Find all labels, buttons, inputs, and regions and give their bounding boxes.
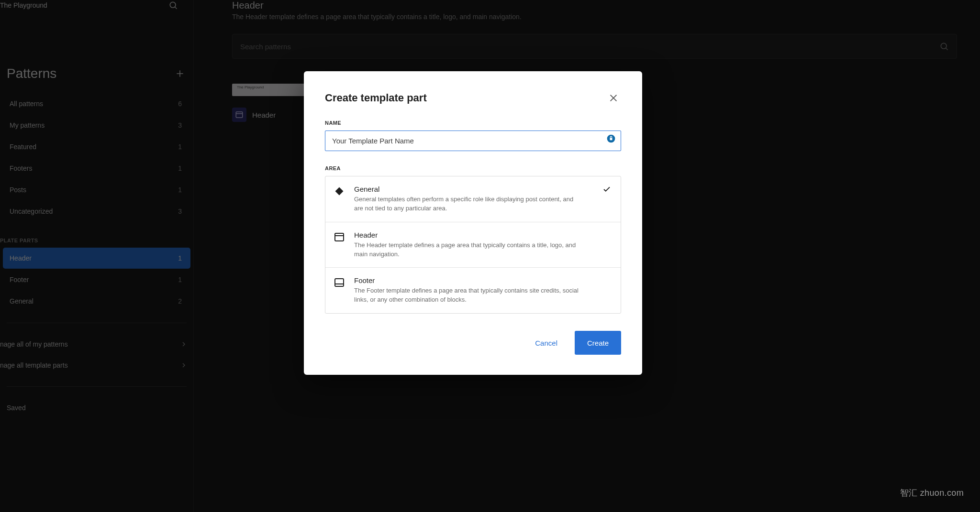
svg-rect-6 [236, 112, 243, 118]
search-icon[interactable] [939, 42, 949, 51]
page-title: Header [232, 0, 957, 11]
sidebar-item-footers[interactable]: Footers1 [3, 158, 190, 179]
manage-label: nage all of my patterns [0, 340, 68, 348]
close-icon [608, 93, 619, 103]
sidebar-item-count: 1 [178, 143, 182, 151]
area-options: General General templates often perform … [325, 176, 621, 314]
search-icon[interactable] [165, 0, 182, 14]
sidebar-item-footer[interactable]: Footer1 [3, 269, 190, 290]
area-desc: General templates often perform a specif… [354, 195, 579, 213]
patterns-header: Patterns [0, 54, 193, 93]
name-field-wrap [325, 126, 621, 151]
password-manager-icon[interactable] [606, 133, 616, 144]
sidebar-item-header[interactable]: Header1 [3, 248, 190, 269]
svg-rect-15 [335, 279, 344, 286]
svg-rect-11 [610, 138, 612, 140]
area-option-general[interactable]: General General templates often perform … [325, 176, 621, 222]
sidebar-item-label: Posts [10, 186, 26, 194]
sidebar-item-count: 3 [178, 121, 182, 129]
general-area-icon [333, 185, 345, 197]
sidebar: The Playground Patterns All patterns6 My… [0, 0, 194, 512]
header-block-icon [232, 108, 246, 122]
area-body: Header The Header template defines a pag… [354, 231, 579, 259]
manage-label: nage all template parts [0, 361, 68, 369]
sidebar-item-count: 1 [178, 276, 182, 283]
svg-line-5 [946, 48, 948, 50]
patterns-nav: All patterns6 My patterns3 Featured1 Foo… [0, 93, 193, 222]
footer-area-icon [333, 276, 345, 289]
sidebar-item-posts[interactable]: Posts1 [3, 179, 190, 200]
create-button[interactable]: Create [575, 331, 621, 355]
search-input[interactable] [240, 43, 939, 51]
thumb-text: The Playground [237, 85, 264, 89]
template-parts-nav: Header1 Footer1 General2 [0, 247, 193, 312]
saved-status: Saved [0, 397, 193, 418]
site-name: The Playground [0, 1, 47, 9]
area-body: Footer The Footer template defines a pag… [354, 276, 579, 305]
modal-actions: Cancel Create [325, 331, 621, 355]
area-option-footer[interactable]: Footer The Footer template defines a pag… [325, 268, 621, 313]
sidebar-item-count: 3 [178, 207, 182, 215]
patterns-title: Patterns [7, 66, 56, 81]
area-title: General [354, 185, 579, 193]
manage-template-parts[interactable]: nage all template parts [0, 355, 193, 376]
add-button[interactable] [171, 65, 189, 82]
svg-rect-13 [335, 233, 344, 241]
search-patterns-bar[interactable] [232, 34, 957, 59]
template-parts-label: PLATE PARTS [0, 222, 193, 247]
page-subtitle: The Header template defines a page area … [232, 13, 957, 21]
svg-point-4 [941, 43, 947, 49]
sidebar-item-label: General [10, 297, 33, 305]
area-desc: The Header template defines a page area … [354, 241, 579, 259]
modal-title: Create template part [325, 92, 427, 104]
area-title: Header [354, 231, 579, 239]
chevron-right-icon [180, 361, 188, 369]
name-field-label: NAME [325, 120, 621, 126]
sidebar-item-count: 2 [178, 297, 182, 305]
sidebar-item-label: My patterns [10, 121, 45, 129]
sidebar-item-label: Uncategorized [10, 207, 53, 215]
saved-label: Saved [7, 404, 26, 412]
svg-point-0 [170, 2, 176, 8]
header-area-icon [333, 231, 345, 243]
sidebar-item-count: 1 [178, 186, 182, 194]
area-option-header[interactable]: Header The Header template defines a pag… [325, 222, 621, 268]
sidebar-item-featured[interactable]: Featured1 [3, 136, 190, 157]
svg-rect-12 [335, 187, 344, 196]
sidebar-item-my-patterns[interactable]: My patterns3 [3, 115, 190, 136]
area-title: Footer [354, 276, 579, 284]
sidebar-item-label: Header [10, 254, 32, 262]
sidebar-item-uncategorized[interactable]: Uncategorized3 [3, 201, 190, 222]
create-template-part-modal: Create template part NAME AREA General G… [304, 71, 642, 375]
name-input[interactable] [325, 131, 621, 151]
divider [7, 386, 187, 387]
card-title: Header [252, 111, 276, 119]
sidebar-item-general[interactable]: General2 [3, 291, 190, 312]
sidebar-item-label: Footer [10, 276, 29, 283]
sidebar-item-count: 6 [178, 100, 182, 108]
sidebar-item-count: 1 [178, 164, 182, 172]
area-desc: The Footer template defines a page area … [354, 286, 579, 305]
sidebar-item-label: All patterns [10, 100, 43, 108]
cancel-button[interactable]: Cancel [523, 331, 570, 355]
area-body: General General templates often perform … [354, 185, 579, 213]
svg-line-1 [175, 7, 177, 9]
sidebar-item-label: Featured [10, 143, 36, 151]
manage-my-patterns[interactable]: nage all of my patterns [0, 334, 193, 355]
sidebar-item-all-patterns[interactable]: All patterns6 [3, 93, 190, 114]
divider [7, 323, 187, 323]
modal-header: Create template part [325, 90, 621, 106]
area-field-label: AREA [325, 165, 621, 171]
close-button[interactable] [606, 90, 621, 106]
sidebar-item-count: 1 [178, 254, 182, 262]
sidebar-item-label: Footers [10, 164, 32, 172]
check-icon [602, 185, 611, 194]
chevron-right-icon [180, 340, 188, 348]
watermark: 智汇 zhuon.com [900, 487, 964, 499]
site-row: The Playground [0, 0, 193, 11]
